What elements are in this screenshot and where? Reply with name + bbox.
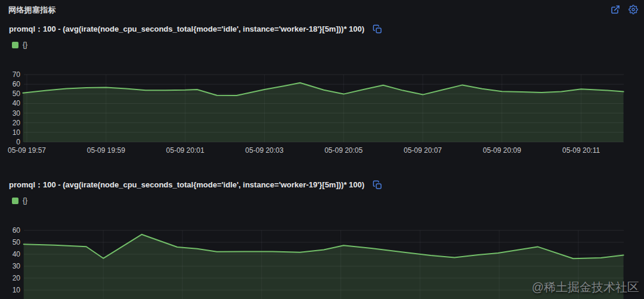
- y-axis-label: 10: [13, 286, 21, 294]
- y-axis-label: 40: [13, 99, 21, 107]
- external-link-icon[interactable]: [611, 5, 620, 14]
- y-axis-label: 20: [13, 119, 21, 127]
- x-axis-label: 05-09 20:11: [562, 146, 600, 155]
- legend-swatch: [12, 42, 18, 48]
- copy-icon[interactable]: [373, 24, 382, 34]
- y-axis-label: 30: [13, 262, 21, 270]
- gear-icon[interactable]: [628, 5, 638, 14]
- x-axis-label: 05-09 20:07: [404, 146, 442, 155]
- legend-label: {}: [23, 41, 27, 49]
- promql-query-worker-18: promql：100 - (avg(irate(node_cpu_seconds…: [9, 24, 364, 35]
- cpu-usage-chart-worker-19[interactable]: 0102030405060: [0, 226, 644, 299]
- y-axis-label: 10: [13, 128, 21, 137]
- query-row-worker-19: promql：100 - (avg(irate(node_cpu_seconds…: [0, 180, 644, 190]
- legend-item[interactable]: {}: [0, 41, 644, 49]
- legend-label: {}: [23, 196, 27, 205]
- promql-query-worker-19: promql：100 - (avg(irate(node_cpu_seconds…: [9, 180, 364, 190]
- y-axis-label: 60: [13, 226, 21, 235]
- y-axis-label: 30: [13, 109, 21, 118]
- query-row-worker-18: promql：100 - (avg(irate(node_cpu_seconds…: [0, 24, 644, 35]
- y-axis-label: 50: [13, 238, 21, 246]
- y-axis-label: 0: [16, 138, 20, 146]
- x-axis-label: 05-09 20:03: [245, 146, 283, 155]
- y-axis-label: 70: [13, 70, 21, 79]
- x-axis-label: 05-09 20:01: [166, 146, 205, 155]
- cpu-usage-chart-worker-18[interactable]: 01020304050607005-09 19:5705-09 19:5905-…: [0, 66, 644, 158]
- y-axis-label: 50: [13, 90, 21, 98]
- x-axis-label: 05-09 20:05: [324, 146, 363, 155]
- y-axis-label: 40: [13, 250, 21, 258]
- legend-swatch: [12, 198, 18, 204]
- y-axis-label: 60: [13, 80, 21, 88]
- header-icons: [611, 5, 638, 14]
- x-axis-label: 05-09 19:57: [8, 146, 46, 155]
- panel-header: 网络拥塞指标: [0, 0, 644, 17]
- copy-icon[interactable]: [373, 180, 382, 190]
- y-axis-label: 20: [13, 274, 21, 282]
- panel-title: 网络拥塞指标: [8, 5, 56, 16]
- series-area: [24, 235, 624, 299]
- legend-item[interactable]: {}: [0, 196, 644, 205]
- x-axis-label: 05-09 20:09: [483, 146, 521, 155]
- x-axis-label: 05-09 19:59: [87, 146, 125, 155]
